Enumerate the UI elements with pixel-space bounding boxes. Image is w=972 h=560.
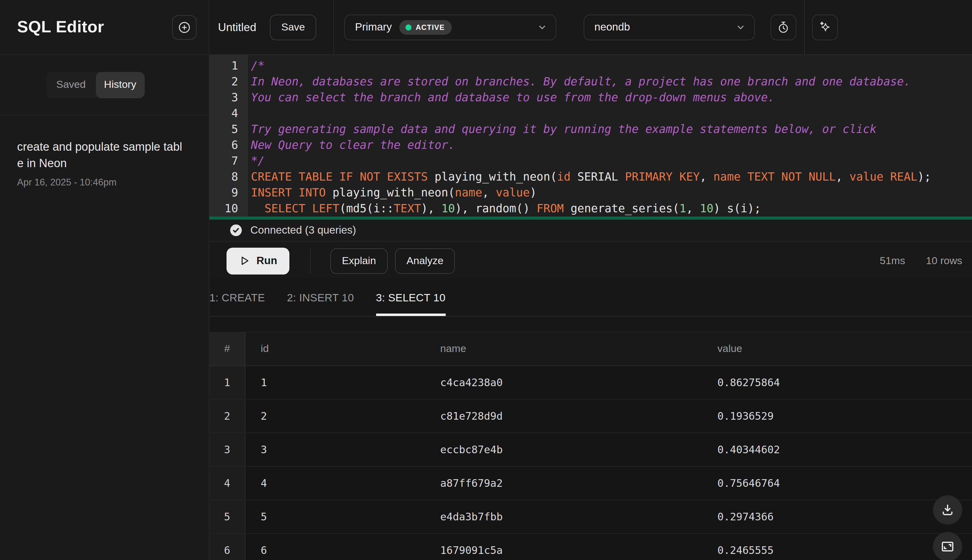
table-cell: 4 <box>246 467 425 500</box>
page-title: SQL Editor <box>17 18 104 37</box>
line-number: 3 <box>209 90 248 105</box>
table-row: 33eccbc87e4b0.40344602 <box>209 433 972 467</box>
line-number: 1 <box>209 58 248 74</box>
line-number: 6 <box>209 137 248 153</box>
table-cell: 5 <box>246 500 425 533</box>
code-line <box>248 105 251 122</box>
branch-select-value: Primary <box>355 21 392 33</box>
result-tabs: 1: CREATE2: INSERT 103: SELECT 10 <box>209 280 972 317</box>
table-cell: 1 <box>246 366 425 399</box>
sidebar-header: SQL Editor <box>0 0 209 55</box>
run-button[interactable]: Run <box>226 247 289 274</box>
table-cell: eccbc87e4b <box>425 433 702 466</box>
table-cell: 0.86275864 <box>702 366 972 399</box>
editor-line: 9INSERT INTO playing_with_neon(name, val… <box>209 185 972 201</box>
code-line: Try generating sample data and querying … <box>248 122 877 137</box>
query-duration: 51ms <box>880 255 905 267</box>
code-line: SELECT LEFT(md5(i::TEXT), 10), random() … <box>248 201 761 217</box>
editor-line: 7*/ <box>209 153 972 169</box>
row-count: 10 rows <box>926 255 962 267</box>
table-header-cell: # <box>209 332 246 365</box>
line-number: 7 <box>209 153 248 169</box>
result-tab-2[interactable]: 2: INSERT 10 <box>287 280 354 316</box>
table-cell: 6 <box>209 534 246 560</box>
history-item-timestamp: Apr 16, 2025 - 10:46pm <box>17 177 192 188</box>
download-results-button[interactable] <box>933 495 962 525</box>
code-line: CREATE TABLE IF NOT EXISTS playing_with_… <box>248 169 931 185</box>
sidebar-tab-saved[interactable]: Saved <box>47 72 95 98</box>
query-history-timer-button[interactable] <box>771 14 796 40</box>
result-tabs-gap <box>209 317 972 332</box>
table-header-cell: id <box>246 332 425 365</box>
database-select[interactable]: neondb <box>584 14 755 40</box>
code-line: /* <box>248 58 265 74</box>
actions-row: Run Explain Analyze 51ms 10 rows <box>209 242 972 280</box>
history-item[interactable]: create and populate sample table in Neon… <box>17 138 192 188</box>
main-panel: Untitled Save Primary ACTIVE neondb <box>209 0 972 560</box>
line-number: 4 <box>209 105 248 122</box>
branch-status-badge: ACTIVE <box>399 20 452 35</box>
table-cell: 4 <box>209 467 246 500</box>
expand-results-button[interactable] <box>933 532 962 560</box>
save-button[interactable]: Save <box>269 14 316 40</box>
editor-line: 1/* <box>209 58 972 74</box>
line-number: 9 <box>209 185 248 201</box>
table-cell: 0.40344602 <box>702 433 972 466</box>
topbar: Untitled Save Primary ACTIVE neondb <box>209 0 972 55</box>
sql-editor[interactable]: 1/*2In Neon, databases are stored on bra… <box>209 55 972 220</box>
branch-select[interactable]: Primary ACTIVE <box>345 14 557 40</box>
results-table: #idnamevalue11c4ca4238a00.8627586422c81e… <box>209 332 972 560</box>
table-cell: e4da3b7fbb <box>425 500 702 533</box>
query-name: Untitled <box>218 20 256 34</box>
table-header-row: #idnamevalue <box>209 332 972 366</box>
sparkles-icon <box>818 20 833 35</box>
table-cell: c4ca4238a0 <box>425 366 702 399</box>
table-row: 661679091c5a0.2465555 <box>209 534 972 560</box>
line-number: 5 <box>209 122 248 137</box>
play-icon <box>239 255 250 267</box>
table-cell: 0.75646764 <box>702 467 972 500</box>
table-cell: 3 <box>246 433 425 466</box>
editor-line: 3You can select the branch and database … <box>209 90 972 105</box>
saved-history-toggle: SavedHistory <box>47 72 145 98</box>
table-cell: 2 <box>209 400 246 433</box>
sidebar: SQL Editor SavedHistory create and popul… <box>0 0 209 560</box>
table-cell: 3 <box>209 433 246 466</box>
explain-button[interactable]: Explain <box>330 248 388 273</box>
editor-line: 2In Neon, databases are stored on branch… <box>209 74 972 90</box>
query-highlight-bar <box>209 217 972 220</box>
editor-line: 6New Query to clear the editor. <box>209 137 972 153</box>
table-cell: 0.2974366 <box>702 500 972 533</box>
active-dot-icon <box>405 24 412 30</box>
sidebar-tab-history[interactable]: History <box>95 72 145 98</box>
analyze-button[interactable]: Analyze <box>395 248 455 273</box>
line-number: 8 <box>209 169 248 185</box>
line-number: 10 <box>209 201 248 217</box>
table-cell: 1679091c5a <box>425 534 702 560</box>
sql-editor-app: SQL Editor SavedHistory create and popul… <box>0 0 972 560</box>
result-tab-3[interactable]: 3: SELECT 10 <box>376 280 445 316</box>
chevron-down-icon <box>538 22 547 32</box>
code-line: */ <box>248 153 265 169</box>
result-tab-1[interactable]: 1: CREATE <box>209 280 265 316</box>
table-cell: a87ff679a2 <box>425 467 702 500</box>
topbar-divider <box>805 0 805 54</box>
circle-plus-icon <box>178 20 191 34</box>
code-line: You can select the branch and database t… <box>248 90 775 105</box>
code-line: INSERT INTO playing_with_neon(name, valu… <box>248 185 537 201</box>
table-cell: 5 <box>209 500 246 533</box>
database-select-value: neondb <box>594 21 630 33</box>
table-row: 22c81e728d9d0.1936529 <box>209 400 972 433</box>
history-item-title: create and populate sample table in Neon <box>17 138 183 172</box>
table-row: 11c4ca4238a00.86275864 <box>209 366 972 400</box>
stopwatch-icon <box>777 20 790 34</box>
topbar-divider <box>334 0 334 54</box>
check-circle-icon <box>229 224 243 237</box>
history-list: create and populate sample table in Neon… <box>0 115 209 560</box>
new-query-button[interactable] <box>172 15 197 39</box>
editor-line: 5Try generating sample data and querying… <box>209 122 972 137</box>
sidebar-tabs-section: SavedHistory <box>0 55 209 115</box>
code-line: In Neon, databases are stored on branche… <box>248 74 911 90</box>
ai-assist-button[interactable] <box>812 14 838 40</box>
table-cell: 0.2465555 <box>702 534 972 560</box>
